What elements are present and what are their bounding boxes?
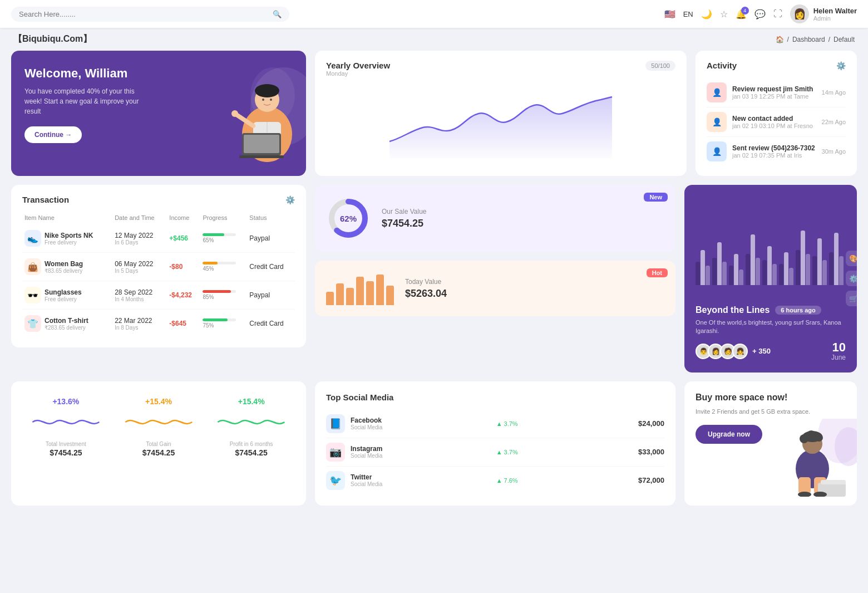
palette-icon[interactable]: 🎨 bbox=[846, 251, 857, 266]
hot-tag: Hot bbox=[647, 268, 668, 277]
search-input[interactable] bbox=[19, 10, 268, 18]
notif-badge: 4 bbox=[741, 7, 749, 14]
breadcrumb-dashboard[interactable]: Dashboard bbox=[792, 36, 825, 43]
today-content: Today Value $5263.04 bbox=[326, 272, 664, 305]
activity-settings-icon[interactable]: ⚙️ bbox=[836, 61, 846, 70]
avatar-4: 👧 bbox=[732, 344, 748, 359]
social-sub: Social Media bbox=[351, 481, 382, 487]
item-name: Sunglasses bbox=[45, 288, 82, 296]
item-sub: Free delivery bbox=[45, 239, 93, 246]
transaction-settings-icon[interactable]: ⚙️ bbox=[285, 195, 295, 204]
bar-medium bbox=[834, 233, 839, 286]
overview-badge: 50/100 bbox=[645, 61, 675, 71]
item-name: Nike Sports NK bbox=[45, 232, 93, 239]
notifications-icon[interactable]: 🔔 4 bbox=[736, 9, 747, 19]
bar-dark bbox=[696, 262, 700, 285]
svg-point-12 bbox=[231, 110, 238, 117]
progress-fill bbox=[203, 262, 218, 264]
today-bar-chart bbox=[326, 272, 394, 305]
item-sub: Free delivery bbox=[45, 296, 82, 302]
buy-space-title: Buy more space now! bbox=[696, 393, 846, 403]
avatars-row: 👨 👩 🧑 👧 bbox=[696, 344, 748, 359]
col-income: Income bbox=[167, 211, 200, 224]
social-title: Top Social Media bbox=[326, 393, 664, 402]
row3: +13.6% Total Investment $7454.25 +15.4% … bbox=[11, 381, 857, 506]
today-info: Today Value $5263.04 bbox=[405, 278, 447, 300]
social-sub: Social Media bbox=[351, 424, 382, 430]
activity-text: Sent review (504)236-7302 jan 02 19 07:3… bbox=[732, 144, 816, 159]
item-icon: 👕 bbox=[24, 315, 41, 332]
chat-icon[interactable]: 💬 bbox=[754, 9, 766, 19]
progress-bar bbox=[203, 290, 236, 293]
item-date: 12 May 2022 bbox=[115, 232, 165, 239]
search-bar[interactable]: 🔍 bbox=[11, 7, 289, 22]
bar-light bbox=[756, 258, 760, 285]
beyond-bar-col bbox=[746, 196, 760, 285]
item-icon: 🕶️ bbox=[24, 287, 41, 303]
activity-card: Activity ⚙️ 👤 Review request jim Smith j… bbox=[696, 51, 857, 176]
svg-rect-9 bbox=[244, 135, 279, 153]
svg-point-22 bbox=[806, 430, 816, 440]
continue-button[interactable]: Continue → bbox=[24, 126, 82, 143]
overview-title: Yearly Overview bbox=[326, 61, 390, 70]
social-item: 📷 Instagram Social Media ▲ 3.7% $33,000 bbox=[326, 438, 664, 467]
transaction-header: Transaction ⚙️ bbox=[22, 195, 295, 204]
donut-chart: 62% bbox=[326, 196, 371, 241]
activity-item-sub: jan 02 19 07:35 PM at Iris bbox=[732, 152, 816, 159]
stat-value: $7454.25 bbox=[212, 448, 290, 457]
settings-icon[interactable]: ⚙️ bbox=[846, 271, 857, 286]
stat-item: +15.4% Profit in 6 months $7454.25 bbox=[208, 393, 295, 462]
table-row: 🕶️ Sunglasses Free delivery 28 Sep 2022 … bbox=[22, 281, 295, 310]
svg-rect-24 bbox=[798, 477, 811, 494]
beyond-avatars: 👨 👩 🧑 👧 + 350 bbox=[696, 344, 771, 359]
sale-info: Our Sale Value $7454.25 bbox=[382, 208, 427, 229]
social-info: Facebook Social Media bbox=[351, 416, 382, 430]
social-sub: Social Media bbox=[351, 453, 382, 459]
star-icon[interactable]: ☆ bbox=[720, 9, 728, 19]
home-icon[interactable]: 🏠 bbox=[776, 36, 784, 43]
lang-selector[interactable]: EN bbox=[683, 10, 693, 18]
user-info[interactable]: 👩 Helen Walter Admin bbox=[790, 4, 857, 23]
table-row: 👜 Women Bag ₹83.65 delivery 06 May 2022 … bbox=[22, 253, 295, 281]
activity-text: Review request jim Smith jan 03 19 12:25… bbox=[732, 85, 816, 100]
bar-medium bbox=[767, 246, 772, 285]
expand-icon[interactable]: ⛶ bbox=[773, 9, 782, 19]
activity-item-name: Review request jim Smith bbox=[732, 85, 816, 93]
user-details: Helen Walter Admin bbox=[813, 7, 857, 22]
col-progress: Progress bbox=[200, 211, 247, 224]
bar-medium bbox=[817, 238, 822, 285]
nav-right: 🇺🇸 EN 🌙 ☆ 🔔 4 💬 ⛶ 👩 Helen Walter Admin bbox=[664, 4, 857, 23]
user-role: Admin bbox=[813, 15, 857, 22]
progress-label: 65% bbox=[203, 237, 245, 243]
stat-label: Profit in 6 months bbox=[212, 441, 290, 447]
today-value-card: Hot Today Value $5263.04 bbox=[315, 261, 675, 316]
upgrade-button[interactable]: Upgrade now bbox=[696, 425, 762, 444]
table-row: 👕 Cotton T-shirt ₹283.65 delivery 22 Mar… bbox=[22, 310, 295, 338]
mini-bar bbox=[346, 288, 354, 305]
beyond-title: Beyond the Lines 6 hours ago bbox=[696, 305, 846, 315]
svg-point-5 bbox=[262, 99, 264, 101]
col-status: Status bbox=[247, 211, 295, 224]
activity-header: Activity ⚙️ bbox=[707, 61, 846, 70]
bar-light bbox=[789, 268, 793, 286]
beyond-desc: One Of the world,s brightest, young surf… bbox=[696, 318, 846, 336]
stat-value: $7454.25 bbox=[27, 448, 105, 457]
activity-item-name: New contact added bbox=[732, 115, 816, 122]
progress-fill bbox=[203, 290, 231, 293]
svg-point-23 bbox=[815, 434, 823, 442]
progress-fill bbox=[203, 233, 224, 236]
new-tag: New bbox=[644, 193, 668, 202]
bar-dark bbox=[729, 266, 733, 285]
social-list: 📘 Facebook Social Media ▲ 3.7% $24,000 📷… bbox=[326, 410, 664, 494]
mini-bar bbox=[366, 281, 374, 305]
beyond-bar-col bbox=[812, 196, 827, 285]
dark-mode-icon[interactable]: 🌙 bbox=[701, 9, 712, 19]
social-card: Top Social Media 📘 Facebook Social Media… bbox=[315, 381, 675, 506]
cart-icon[interactable]: 🛒 bbox=[846, 291, 857, 306]
svg-rect-10 bbox=[239, 155, 284, 158]
bar-light bbox=[839, 256, 844, 286]
beyond-side-icons: 🎨 ⚙️ 🛒 bbox=[846, 251, 857, 306]
welcome-subtitle: You have completed 40% of your this week… bbox=[24, 86, 147, 116]
social-amount: $33,000 bbox=[638, 448, 664, 456]
bar-light bbox=[739, 269, 743, 285]
